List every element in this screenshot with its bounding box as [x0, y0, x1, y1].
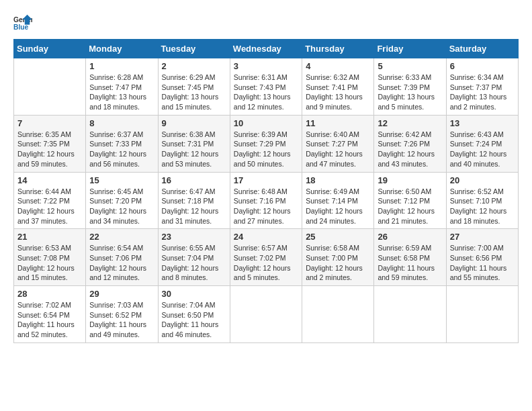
day-info: Sunrise: 6:32 AM Sunset: 7:41 PM Dayligh… — [306, 73, 370, 112]
logo-icon: General Blue — [13, 13, 32, 32]
column-header-sunday: Sunday — [14, 40, 86, 58]
day-number: 18 — [306, 175, 370, 185]
day-info: Sunrise: 7:04 AM Sunset: 6:50 PM Dayligh… — [162, 300, 226, 340]
day-number: 11 — [306, 118, 370, 128]
day-info: Sunrise: 6:44 AM Sunset: 7:22 PM Dayligh… — [17, 187, 82, 226]
calendar-table: SundayMondayTuesdayWednesdayThursdayFrid… — [13, 39, 519, 343]
calendar-cell: 18Sunrise: 6:49 AM Sunset: 7:14 PM Dayli… — [302, 172, 374, 229]
calendar-cell: 13Sunrise: 6:43 AM Sunset: 7:24 PM Dayli… — [446, 115, 518, 172]
day-info: Sunrise: 6:43 AM Sunset: 7:24 PM Dayligh… — [450, 130, 515, 169]
calendar-cell: 1Sunrise: 6:28 AM Sunset: 7:47 PM Daylig… — [86, 58, 158, 116]
calendar-cell: 11Sunrise: 6:40 AM Sunset: 7:27 PM Dayli… — [302, 115, 374, 172]
day-number: 16 — [162, 175, 226, 185]
calendar-cell: 7Sunrise: 6:35 AM Sunset: 7:35 PM Daylig… — [14, 115, 86, 172]
day-info: Sunrise: 6:57 AM Sunset: 7:02 PM Dayligh… — [234, 243, 298, 283]
calendar-cell: 14Sunrise: 6:44 AM Sunset: 7:22 PM Dayli… — [14, 172, 86, 229]
day-info: Sunrise: 6:59 AM Sunset: 6:58 PM Dayligh… — [378, 243, 442, 283]
day-info: Sunrise: 7:03 AM Sunset: 6:52 PM Dayligh… — [89, 300, 154, 340]
column-header-thursday: Thursday — [302, 40, 374, 58]
day-info: Sunrise: 6:54 AM Sunset: 7:06 PM Dayligh… — [89, 243, 154, 283]
day-number: 15 — [89, 175, 154, 185]
day-info: Sunrise: 6:45 AM Sunset: 7:20 PM Dayligh… — [89, 187, 154, 226]
calendar-cell — [374, 286, 446, 343]
day-info: Sunrise: 6:34 AM Sunset: 7:37 PM Dayligh… — [450, 73, 515, 112]
page-header: General Blue — [13, 13, 519, 32]
calendar-header-row: SundayMondayTuesdayWednesdayThursdayFrid… — [14, 40, 519, 58]
day-number: 19 — [378, 175, 442, 185]
day-number: 13 — [450, 118, 515, 128]
calendar-cell — [14, 58, 86, 116]
calendar-cell: 3Sunrise: 6:31 AM Sunset: 7:43 PM Daylig… — [230, 58, 302, 116]
day-number: 14 — [17, 175, 82, 185]
day-number: 2 — [162, 61, 226, 71]
day-number: 17 — [234, 175, 298, 185]
calendar-cell: 27Sunrise: 7:00 AM Sunset: 6:56 PM Dayli… — [446, 229, 518, 286]
day-number: 23 — [162, 232, 226, 242]
calendar-week-4: 21Sunrise: 6:53 AM Sunset: 7:08 PM Dayli… — [14, 229, 519, 286]
calendar-cell: 22Sunrise: 6:54 AM Sunset: 7:06 PM Dayli… — [86, 229, 158, 286]
day-info: Sunrise: 6:31 AM Sunset: 7:43 PM Dayligh… — [234, 73, 298, 112]
column-header-saturday: Saturday — [446, 40, 518, 58]
calendar-cell: 28Sunrise: 7:02 AM Sunset: 6:54 PM Dayli… — [14, 286, 86, 343]
day-info: Sunrise: 6:58 AM Sunset: 7:00 PM Dayligh… — [306, 243, 370, 283]
day-info: Sunrise: 6:47 AM Sunset: 7:18 PM Dayligh… — [162, 187, 226, 226]
calendar-cell: 30Sunrise: 7:04 AM Sunset: 6:50 PM Dayli… — [158, 286, 230, 343]
day-number: 25 — [306, 232, 370, 242]
day-number: 3 — [234, 61, 298, 71]
calendar-cell: 23Sunrise: 6:55 AM Sunset: 7:04 PM Dayli… — [158, 229, 230, 286]
day-info: Sunrise: 6:42 AM Sunset: 7:26 PM Dayligh… — [378, 130, 442, 169]
calendar-cell: 21Sunrise: 6:53 AM Sunset: 7:08 PM Dayli… — [14, 229, 86, 286]
calendar-cell: 8Sunrise: 6:37 AM Sunset: 7:33 PM Daylig… — [86, 115, 158, 172]
day-info: Sunrise: 6:48 AM Sunset: 7:16 PM Dayligh… — [234, 187, 298, 226]
calendar-cell: 2Sunrise: 6:29 AM Sunset: 7:45 PM Daylig… — [158, 58, 230, 116]
day-number: 29 — [89, 289, 154, 299]
day-info: Sunrise: 6:29 AM Sunset: 7:45 PM Dayligh… — [162, 73, 226, 112]
calendar-cell: 5Sunrise: 6:33 AM Sunset: 7:39 PM Daylig… — [374, 58, 446, 116]
day-info: Sunrise: 6:33 AM Sunset: 7:39 PM Dayligh… — [378, 73, 442, 112]
calendar-cell: 17Sunrise: 6:48 AM Sunset: 7:16 PM Dayli… — [230, 172, 302, 229]
day-info: Sunrise: 6:39 AM Sunset: 7:29 PM Dayligh… — [234, 130, 298, 169]
calendar-cell: 26Sunrise: 6:59 AM Sunset: 6:58 PM Dayli… — [374, 229, 446, 286]
svg-text:Blue: Blue — [13, 24, 29, 31]
day-number: 5 — [378, 61, 442, 71]
day-number: 26 — [378, 232, 442, 242]
day-number: 12 — [378, 118, 442, 128]
day-number: 7 — [17, 118, 82, 128]
day-number: 28 — [17, 289, 82, 299]
calendar-cell: 10Sunrise: 6:39 AM Sunset: 7:29 PM Dayli… — [230, 115, 302, 172]
calendar-cell — [302, 286, 374, 343]
day-info: Sunrise: 7:02 AM Sunset: 6:54 PM Dayligh… — [17, 300, 82, 340]
column-header-wednesday: Wednesday — [230, 40, 302, 58]
calendar-week-3: 14Sunrise: 6:44 AM Sunset: 7:22 PM Dayli… — [14, 172, 519, 229]
day-number: 9 — [162, 118, 226, 128]
day-info: Sunrise: 6:35 AM Sunset: 7:35 PM Dayligh… — [17, 130, 82, 169]
calendar-cell: 4Sunrise: 6:32 AM Sunset: 7:41 PM Daylig… — [302, 58, 374, 116]
day-info: Sunrise: 6:52 AM Sunset: 7:10 PM Dayligh… — [450, 187, 515, 226]
calendar-cell: 16Sunrise: 6:47 AM Sunset: 7:18 PM Dayli… — [158, 172, 230, 229]
day-info: Sunrise: 6:49 AM Sunset: 7:14 PM Dayligh… — [306, 187, 370, 226]
calendar-week-1: 1Sunrise: 6:28 AM Sunset: 7:47 PM Daylig… — [14, 58, 519, 116]
day-number: 24 — [234, 232, 298, 242]
calendar-cell: 19Sunrise: 6:50 AM Sunset: 7:12 PM Dayli… — [374, 172, 446, 229]
day-info: Sunrise: 6:53 AM Sunset: 7:08 PM Dayligh… — [17, 243, 82, 283]
day-number: 6 — [450, 61, 515, 71]
day-info: Sunrise: 6:38 AM Sunset: 7:31 PM Dayligh… — [162, 130, 226, 169]
calendar-cell — [446, 286, 518, 343]
column-header-friday: Friday — [374, 40, 446, 58]
day-number: 30 — [162, 289, 226, 299]
calendar-cell: 20Sunrise: 6:52 AM Sunset: 7:10 PM Dayli… — [446, 172, 518, 229]
calendar-cell: 6Sunrise: 6:34 AM Sunset: 7:37 PM Daylig… — [446, 58, 518, 116]
day-number: 22 — [89, 232, 154, 242]
day-number: 20 — [450, 175, 515, 185]
calendar-week-2: 7Sunrise: 6:35 AM Sunset: 7:35 PM Daylig… — [14, 115, 519, 172]
day-number: 1 — [89, 61, 154, 71]
calendar-cell: 24Sunrise: 6:57 AM Sunset: 7:02 PM Dayli… — [230, 229, 302, 286]
column-header-monday: Monday — [86, 40, 158, 58]
day-info: Sunrise: 6:55 AM Sunset: 7:04 PM Dayligh… — [162, 243, 226, 283]
logo: General Blue — [13, 13, 35, 32]
day-number: 8 — [89, 118, 154, 128]
day-info: Sunrise: 6:50 AM Sunset: 7:12 PM Dayligh… — [378, 187, 442, 226]
day-number: 21 — [17, 232, 82, 242]
day-info: Sunrise: 6:37 AM Sunset: 7:33 PM Dayligh… — [89, 130, 154, 169]
calendar-cell: 29Sunrise: 7:03 AM Sunset: 6:52 PM Dayli… — [86, 286, 158, 343]
